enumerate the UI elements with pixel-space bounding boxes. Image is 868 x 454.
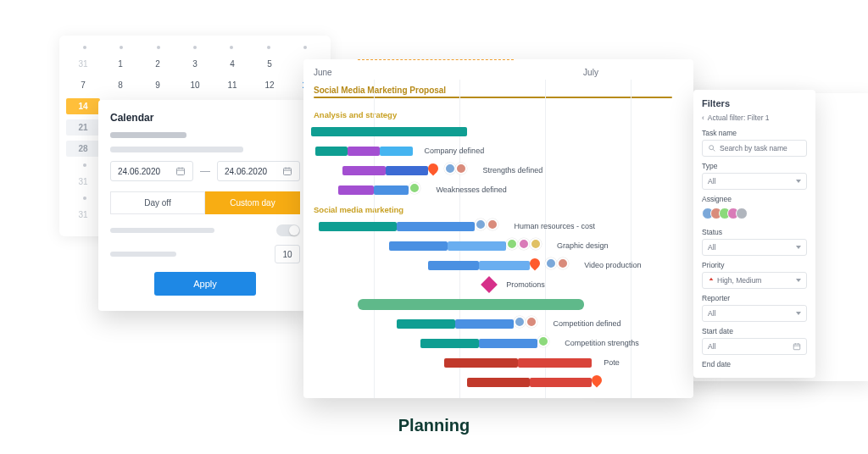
gantt-section: Analysis and strategy (303, 105, 693, 121)
filters-title: Filters (702, 98, 807, 108)
reporter-select[interactable]: All (702, 305, 807, 322)
calendar-day[interactable]: 8 (103, 77, 137, 93)
week-number: 28 (66, 141, 100, 157)
gantt-row[interactable]: Graphic design (303, 236, 693, 255)
status-select[interactable]: All (702, 239, 807, 256)
skeleton-line (110, 147, 243, 152)
svg-rect-1 (284, 169, 292, 175)
date-to-input[interactable]: 24.06.2020 (217, 161, 300, 181)
calendar-day[interactable]: 10 (178, 77, 212, 93)
chevron-down-icon (796, 279, 801, 282)
chevron-down-icon (796, 246, 801, 249)
gantt-label: Competition defined (553, 319, 620, 328)
start-date-label: Start date (702, 327, 807, 335)
task-name-label: Task name (702, 129, 807, 137)
gantt-row[interactable]: Competition strengths (303, 334, 693, 352)
svg-point-2 (709, 146, 714, 150)
chevron-down-icon (796, 312, 801, 315)
gantt-row[interactable] (303, 373, 693, 391)
calendar-day[interactable]: 11 (215, 77, 249, 93)
filters-panel: Filters ‹ Actual filter: Filter 1 Task n… (693, 90, 815, 378)
date-from-value: 24.06.2020 (118, 167, 160, 176)
assignee-avatars[interactable] (702, 206, 807, 223)
gantt-label: Competition strengths (565, 339, 639, 347)
month-label-2: July (498, 68, 683, 77)
calendar-day[interactable]: 2 (141, 56, 175, 72)
gantt-row[interactable]: Strengths defined (303, 161, 693, 180)
type-select[interactable]: All (702, 173, 807, 190)
gantt-row[interactable]: Pote (303, 353, 693, 372)
gantt-row[interactable]: Video production (303, 256, 693, 274)
priority-value: High, Medium (717, 276, 761, 285)
calendar-day[interactable]: 4 (215, 56, 249, 72)
start-date-input[interactable]: All (702, 338, 807, 355)
date-from-input[interactable]: 24.06.2020 (110, 161, 193, 181)
date-range-dash: — (200, 165, 210, 177)
calendar-day[interactable]: 31 (66, 56, 100, 72)
page-title: Planning (0, 416, 868, 435)
gantt-panel: June July Social Media Marketing Proposa… (303, 59, 693, 398)
filters-back[interactable]: ‹ Actual filter: Filter 1 (702, 114, 807, 122)
type-value: All (708, 177, 715, 185)
gantt-row[interactable]: Promotions (303, 275, 693, 294)
calendar-day[interactable]: 31 (66, 174, 100, 190)
tab-custom-day[interactable]: Custom day (205, 191, 300, 214)
calendar-day[interactable]: 31 (66, 207, 100, 223)
gantt-row[interactable]: Company defined (303, 141, 693, 160)
priority-label: Priority (702, 261, 807, 269)
gantt-label: Weaknesses defined (436, 185, 506, 194)
gantt-label: Company defined (425, 147, 485, 155)
project-title: Social Media Marketing Proposal (303, 82, 693, 97)
date-to-value: 24.06.2020 (225, 167, 267, 176)
calendar-day[interactable]: 3 (178, 56, 212, 72)
calendar-day[interactable]: 1 (103, 56, 137, 72)
apply-button[interactable]: Apply (154, 272, 256, 296)
number-input[interactable]: 10 (275, 245, 300, 263)
task-name-placeholder: Search by task name (720, 144, 801, 152)
task-name-input[interactable]: Search by task name (702, 140, 807, 157)
gantt-row[interactable]: Human resources - cost (303, 217, 693, 235)
gantt-label: Pote (604, 358, 620, 367)
end-date-label: End date (702, 360, 807, 368)
week-number: 14 (66, 98, 100, 114)
calendar-title: Calendar (110, 112, 300, 124)
gantt-row[interactable]: Competition defined (303, 314, 693, 333)
calendar-icon (793, 342, 801, 351)
calendar-popover: Calendar 24.06.2020 — 24.06.2020 Day off… (98, 100, 312, 311)
active-filter-label: Actual filter: Filter 1 (708, 114, 770, 122)
tab-day-off[interactable]: Day off (110, 191, 205, 214)
gantt-row[interactable]: Weaknesses defined (303, 180, 693, 199)
gantt-label: Video production (584, 261, 641, 269)
priority-select[interactable]: High, Medium (702, 272, 807, 289)
start-date-value: All (708, 342, 715, 351)
gantt-row[interactable] (303, 295, 693, 313)
calendar-day[interactable]: 7 (66, 77, 100, 93)
gantt-section: Social media marketing (303, 200, 693, 216)
gantt-label: Promotions (506, 280, 545, 289)
chevron-down-icon (796, 180, 801, 183)
reporter-value: All (708, 309, 715, 318)
arrow-up-icon (708, 277, 715, 284)
calendar-day[interactable]: 5 (253, 56, 287, 72)
calendar-icon (175, 166, 186, 176)
assignee-label: Assignee (702, 195, 807, 203)
week-number: 21 (66, 119, 100, 136)
chevron-left-icon: ‹ (702, 114, 704, 122)
svg-rect-3 (793, 344, 800, 350)
gantt-label: Graphic design (557, 241, 609, 250)
gantt-label: Human resources - cost (514, 222, 595, 230)
search-icon (708, 144, 716, 152)
calendar-day[interactable]: 9 (141, 77, 175, 93)
status-value: All (708, 243, 715, 252)
skeleton-line (110, 228, 214, 233)
status-label: Status (702, 228, 807, 236)
reporter-label: Reporter (702, 294, 807, 302)
type-label: Type (702, 162, 807, 170)
gantt-label: Strengths defined (483, 166, 543, 174)
month-label-1: June (314, 68, 498, 77)
calendar-day[interactable]: 12 (253, 77, 287, 93)
option-toggle[interactable] (276, 224, 300, 236)
skeleton-line (110, 132, 186, 138)
svg-rect-0 (177, 169, 185, 175)
project-underline (314, 97, 672, 98)
